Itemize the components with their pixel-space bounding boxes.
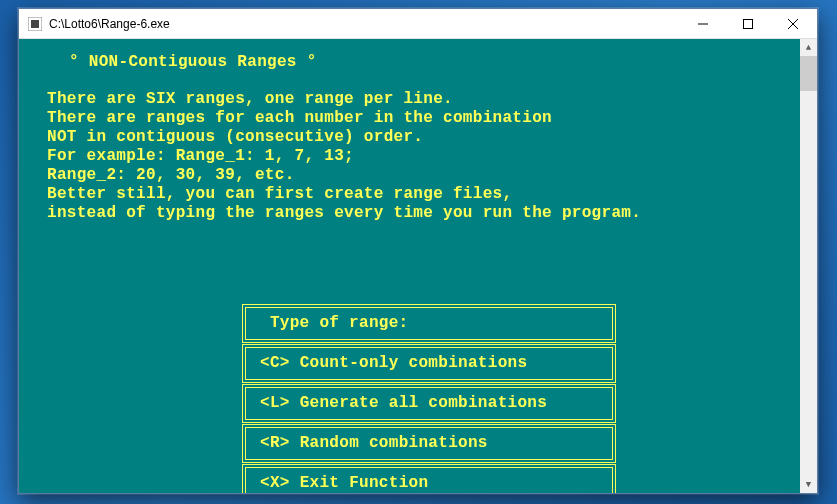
scroll-down-arrow[interactable]: ▼ bbox=[800, 476, 817, 493]
console-area: ° NON-Contiguous Ranges ° There are SIX … bbox=[19, 39, 817, 493]
menu-key: <R> bbox=[260, 434, 290, 452]
menu-header: Type of range: bbox=[245, 307, 613, 340]
vertical-scrollbar[interactable]: ▲ ▼ bbox=[800, 39, 817, 493]
menu-item-random[interactable]: <R> Random combinations bbox=[245, 427, 613, 460]
console-heading: ° NON-Contiguous Ranges ° bbox=[69, 53, 817, 72]
svg-rect-1 bbox=[31, 20, 39, 28]
menu-box: Type of range: <C> Count-only combinatio… bbox=[245, 307, 613, 493]
menu-key: <C> bbox=[260, 354, 290, 372]
app-window: C:\Lotto6\Range-6.exe ° NON-Contiguous R… bbox=[18, 8, 818, 494]
menu-item-count[interactable]: <C> Count-only combinations bbox=[245, 347, 613, 380]
menu-label: Random combinations bbox=[300, 434, 488, 452]
menu-label: Exit Function bbox=[300, 474, 429, 492]
menu-label: Count-only combinations bbox=[300, 354, 528, 372]
scrollbar-thumb[interactable] bbox=[800, 56, 817, 91]
minimize-button[interactable] bbox=[680, 9, 725, 38]
menu-key: <L> bbox=[260, 394, 290, 412]
window-controls bbox=[680, 9, 815, 38]
menu-key: <X> bbox=[260, 474, 290, 492]
scroll-up-arrow[interactable]: ▲ bbox=[800, 39, 817, 56]
app-icon bbox=[27, 16, 43, 32]
menu-label: Generate all combinations bbox=[300, 394, 548, 412]
maximize-button[interactable] bbox=[725, 9, 770, 38]
window-title: C:\Lotto6\Range-6.exe bbox=[49, 17, 680, 31]
console-body: There are SIX ranges, one range per line… bbox=[47, 90, 817, 223]
titlebar[interactable]: C:\Lotto6\Range-6.exe bbox=[19, 9, 817, 39]
menu-item-generate[interactable]: <L> Generate all combinations bbox=[245, 387, 613, 420]
svg-rect-3 bbox=[743, 19, 752, 28]
close-button[interactable] bbox=[770, 9, 815, 38]
menu-item-exit[interactable]: <X> Exit Function bbox=[245, 467, 613, 493]
